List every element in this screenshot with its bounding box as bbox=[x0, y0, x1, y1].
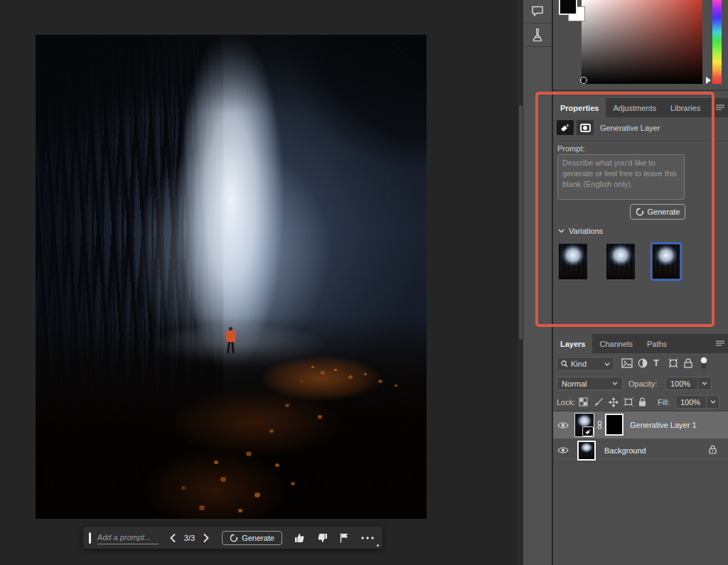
lock-position-button[interactable] bbox=[609, 397, 619, 407]
hue-slider[interactable] bbox=[712, 0, 722, 84]
fill-value-field[interactable]: 100% bbox=[675, 395, 707, 409]
tab-layers[interactable]: Layers bbox=[553, 334, 592, 353]
layer-row-background[interactable]: Background bbox=[553, 438, 728, 463]
taskbar-generate-button[interactable]: Generate bbox=[222, 531, 282, 545]
chevron-down-icon bbox=[612, 382, 618, 385]
flag-icon bbox=[340, 533, 349, 543]
padlock-icon bbox=[709, 445, 717, 454]
mask-icon bbox=[580, 124, 591, 132]
eye-icon bbox=[557, 446, 569, 454]
layers-tabbar: Layers Channels Paths bbox=[553, 334, 728, 353]
properties-tabbar: Properties Adjustments Libraries bbox=[553, 98, 728, 117]
blend-mode-value: Normal bbox=[562, 380, 587, 388]
properties-generate-button[interactable]: Generate bbox=[630, 204, 685, 220]
mask-link-icon[interactable] bbox=[596, 421, 603, 429]
filter-shape-layers-button[interactable] bbox=[668, 358, 678, 368]
more-options-button[interactable] bbox=[361, 537, 374, 539]
opacity-dropdown-button[interactable] bbox=[698, 377, 712, 390]
report-button[interactable] bbox=[340, 533, 349, 543]
comments-panel-button[interactable] bbox=[523, 0, 552, 23]
fill-value: 100% bbox=[680, 398, 700, 407]
fill-dropdown-button[interactable] bbox=[707, 395, 719, 409]
artboard-frame-icon bbox=[623, 397, 633, 407]
generate-sparkle-icon bbox=[636, 208, 644, 216]
opacity-value: 100% bbox=[670, 380, 690, 388]
person-leg bbox=[227, 342, 230, 353]
taskbar-prompt-input[interactable] bbox=[97, 532, 159, 544]
variation-pagination: 3/3 bbox=[184, 534, 195, 542]
color-field-cursor[interactable] bbox=[580, 77, 587, 84]
layer-visibility-toggle[interactable] bbox=[553, 438, 572, 462]
next-variation-button[interactable] bbox=[202, 532, 210, 544]
padlock-icon bbox=[638, 397, 646, 407]
foreground-color-swatch[interactable] bbox=[559, 0, 577, 15]
lock-artboard-button[interactable] bbox=[623, 397, 633, 407]
rate-bad-button[interactable] bbox=[317, 533, 328, 543]
tab-paths[interactable]: Paths bbox=[640, 334, 674, 353]
divider bbox=[553, 140, 728, 141]
lock-transparent-pixels-button[interactable] bbox=[579, 397, 588, 407]
lock-image-pixels-button[interactable] bbox=[594, 397, 604, 407]
collapsed-panel-strip bbox=[523, 0, 552, 565]
chevron-down-icon bbox=[702, 382, 707, 385]
properties-panel-menu-button[interactable] bbox=[716, 104, 724, 111]
fallen-leaves bbox=[36, 35, 38, 37]
beta-features-panel-button[interactable] bbox=[523, 23, 552, 47]
opacity-value-field[interactable]: 100% bbox=[665, 377, 698, 390]
adjustment-circle-icon bbox=[638, 358, 648, 368]
filter-pixel-layers-button[interactable] bbox=[621, 358, 633, 368]
layer-thumbnail[interactable] bbox=[577, 441, 596, 461]
layer-row-generative-layer-1[interactable]: Generative Layer 1 bbox=[553, 411, 728, 438]
checkerboard-icon bbox=[579, 397, 588, 407]
rate-good-button[interactable] bbox=[294, 533, 305, 543]
color-saturation-field[interactable] bbox=[582, 0, 702, 84]
variation-preview bbox=[653, 244, 680, 279]
taskbar-resize-nub bbox=[377, 544, 379, 547]
filter-smart-objects-button[interactable] bbox=[684, 358, 692, 368]
filter-type-layers-button[interactable]: T bbox=[653, 357, 659, 368]
lock-label: Lock: bbox=[557, 398, 575, 407]
background-locked-indicator[interactable] bbox=[709, 445, 717, 454]
variation-thumbnail-1[interactable] bbox=[559, 244, 587, 279]
tab-properties[interactable]: Properties bbox=[553, 98, 606, 117]
ellipsis-icon bbox=[361, 537, 374, 539]
taskbar-drag-handle[interactable] bbox=[89, 532, 91, 544]
variations-header[interactable]: Variations bbox=[558, 227, 603, 235]
layer-visibility-toggle[interactable] bbox=[553, 411, 572, 438]
lock-all-button[interactable] bbox=[638, 397, 646, 407]
generative-fill-icon bbox=[585, 429, 592, 435]
hue-slider-cursor[interactable] bbox=[706, 77, 711, 84]
tab-libraries[interactable]: Libraries bbox=[663, 98, 707, 117]
chevron-down-icon bbox=[604, 362, 610, 366]
panel-resize-grip[interactable] bbox=[519, 105, 523, 340]
person-leg bbox=[231, 342, 235, 353]
layer-type-label: Generative Layer bbox=[600, 124, 660, 132]
filter-toggle-switch[interactable] bbox=[700, 357, 708, 370]
filter-kind-select[interactable]: Kind bbox=[557, 357, 614, 371]
fill-label: Fill: bbox=[658, 398, 670, 407]
layer-name[interactable]: Background bbox=[604, 446, 646, 455]
photoshop-window: 3/3 Generate bbox=[0, 0, 728, 565]
previous-variation-button[interactable] bbox=[168, 532, 177, 544]
panel-menu-icon bbox=[716, 104, 724, 111]
comments-bubble-icon bbox=[531, 6, 544, 17]
taskbar-generate-label: Generate bbox=[242, 534, 274, 542]
layers-panel-menu-button[interactable] bbox=[716, 340, 724, 347]
blend-mode-select[interactable]: Normal bbox=[557, 377, 623, 390]
layer-mask-chip bbox=[577, 120, 594, 135]
generative-layer-chip bbox=[557, 120, 574, 135]
thumbs-down-icon bbox=[317, 533, 328, 543]
variation-preview bbox=[559, 244, 587, 279]
chevron-down-icon bbox=[710, 400, 716, 404]
layer-mask-thumbnail[interactable] bbox=[605, 414, 623, 436]
canvas-document[interactable] bbox=[36, 35, 427, 519]
prompt-textarea[interactable] bbox=[557, 154, 685, 200]
tab-adjustments[interactable]: Adjustments bbox=[606, 98, 663, 117]
variation-thumbnail-3-selected[interactable] bbox=[651, 242, 682, 281]
layer-name[interactable]: Generative Layer 1 bbox=[630, 421, 697, 429]
filter-adjustment-layers-button[interactable] bbox=[638, 358, 648, 368]
filter-kind-label: Kind bbox=[571, 360, 587, 368]
image-icon bbox=[621, 358, 633, 368]
variation-thumbnail-2[interactable] bbox=[606, 244, 635, 279]
tab-channels[interactable]: Channels bbox=[592, 334, 639, 353]
